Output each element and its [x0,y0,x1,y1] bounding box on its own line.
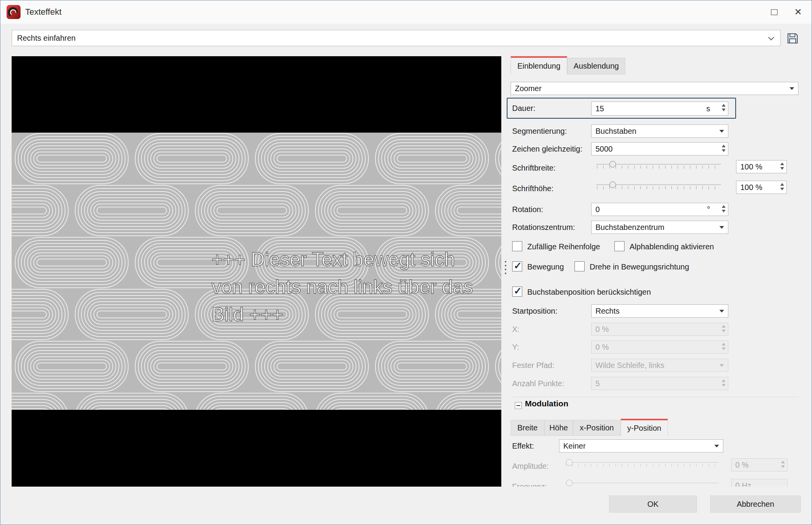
x-label: X: [512,323,520,336]
effect-select[interactable]: Zoomer [511,82,798,95]
chars-simultaneous-spinner[interactable] [722,145,726,152]
movement-checkbox[interactable] [512,261,522,271]
caption-line-3: Bild +++ [212,301,498,328]
rotate-with-movement-label: Drehe in Bewegungsrichtung [590,261,689,273]
duration-input[interactable]: 15 s [591,102,728,116]
font-width-slider[interactable] [596,160,721,171]
slider-ticks [597,186,721,189]
save-button[interactable] [784,31,801,46]
segmentation-select[interactable]: Buchstaben [591,124,728,138]
collapse-section-icon[interactable] [515,402,522,409]
y-label: Y: [512,340,519,354]
random-order-checkbox[interactable] [512,241,522,251]
chevron-down-icon [714,445,719,447]
slider-thumb [566,459,573,466]
font-width-label: Schriftbreite: [512,161,556,174]
chars-simultaneous-value: 5000 [595,145,613,154]
modulation-effect-select[interactable]: Keiner [559,439,723,452]
floppy-save-icon [786,32,799,45]
frequency-label: Frequenz: [512,480,547,487]
slider-ticks [566,464,718,467]
modulation-effect-value: Keiner [563,442,586,451]
modulation-tab-hoehe-label: Höhe [549,423,568,432]
rotation-label: Rotation: [512,203,543,216]
start-position-select[interactable]: Rechts [591,304,728,318]
modulation-tab-breite[interactable]: Breite [511,420,544,436]
letter-position-label: Buchstabenposition berücksichtigen [527,286,651,298]
font-height-spinner[interactable] [780,183,784,190]
font-height-input[interactable]: 100 % [736,181,787,194]
alphablending-label: Alphablending aktivieren [630,241,714,252]
slider-thumb [566,480,573,486]
app-logo-icon [7,5,21,19]
chevron-down-icon [790,87,794,90]
ok-button[interactable]: OK [609,496,697,513]
duration-unit: s [706,104,710,113]
close-icon: ✕ [794,7,802,17]
ok-button-label: OK [647,500,659,509]
frequency-value: 0 Hz [735,481,751,487]
point-count-label: Anzahl Punkte: [512,377,564,390]
close-button[interactable]: ✕ [787,0,809,24]
caption-line-1: +++ Dieser Text bewegt sich [212,246,498,273]
movement-label: Bewegung [527,261,564,273]
maximize-button[interactable] [763,0,785,24]
modulation-tab-x-position[interactable]: x-Position [573,420,621,436]
random-order-label: Zufällige Reihenfolge [527,241,600,252]
tab-einblendung-label: Einblendung [517,62,560,71]
point-count-value: 5 [595,379,600,388]
rotation-center-value: Buchstabenzentrum [595,223,664,232]
modulation-section-title: Modulation [525,399,568,408]
modulation-tab-hoehe[interactable]: Höhe [544,420,573,436]
amplitude-input: 0 % [731,458,788,471]
modulation-tab-breite-label: Breite [517,423,537,432]
fixed-path-label: Fester Pfad: [512,359,554,372]
point-count-input: 5 [591,377,728,390]
font-width-spinner[interactable] [780,162,784,170]
modulation-tab-y-label: y-Position [627,424,661,433]
effect-select-value: Zoomer [515,84,542,93]
rotation-spinner[interactable] [722,205,726,212]
slider-thumb[interactable] [609,161,616,168]
splitter-grip[interactable] [504,261,507,274]
title-bar[interactable]: Texteffekt ✕ [0,0,812,24]
chevron-down-icon [719,364,724,367]
window-title: Texteffekt [25,0,62,24]
rotation-input[interactable]: 0 ° [591,203,728,216]
tab-einblendung[interactable]: Einblendung [511,56,567,74]
chars-simultaneous-input[interactable]: 5000 [591,142,728,155]
slider-track [565,483,718,483]
font-width-input[interactable]: 100 % [736,160,787,173]
rotation-center-select[interactable]: Buchstabenzentrum [591,221,728,234]
modulation-effect-label: Effekt: [512,439,534,452]
slider-track [565,462,718,463]
rotation-unit: ° [707,205,710,214]
letter-position-checkbox[interactable] [512,287,522,297]
slider-ticks [597,166,721,169]
y-input: 0 % [591,340,728,354]
section-separator [511,397,798,397]
caption-line-2: von rechts nach links über das [212,273,498,301]
start-position-value: Rechts [595,307,619,316]
x-value: 0 % [595,325,609,334]
duration-spinner[interactable] [722,104,726,111]
modulation-tab-x-label: x-Position [580,423,614,432]
font-height-slider[interactable] [596,181,721,192]
chevron-down-icon [719,310,724,313]
rotation-value: 0 [595,205,600,214]
alphablending-checkbox[interactable] [614,241,624,251]
tab-ausblendung[interactable]: Ausblendung [567,58,625,74]
amplitude-spinner [781,461,785,468]
dialog-content: Texteffekt ✕ Rechts einfahren [0,0,812,487]
modulation-tab-y-position[interactable]: y-Position [621,419,668,436]
preset-value: Rechts einfahren [17,34,76,43]
preset-combobox[interactable]: Rechts einfahren [12,30,781,46]
font-width-value: 100 % [740,162,762,171]
chevron-down-icon [719,130,724,133]
cancel-button[interactable]: Abbrechen [710,496,801,513]
fixed-path-value: Wilde Schleife, links [595,361,664,370]
slider-thumb[interactable] [609,181,616,188]
x-input: 0 % [591,323,728,336]
rotate-with-movement-checkbox[interactable] [575,261,585,271]
font-height-label: Schrifthöhe: [512,182,554,195]
